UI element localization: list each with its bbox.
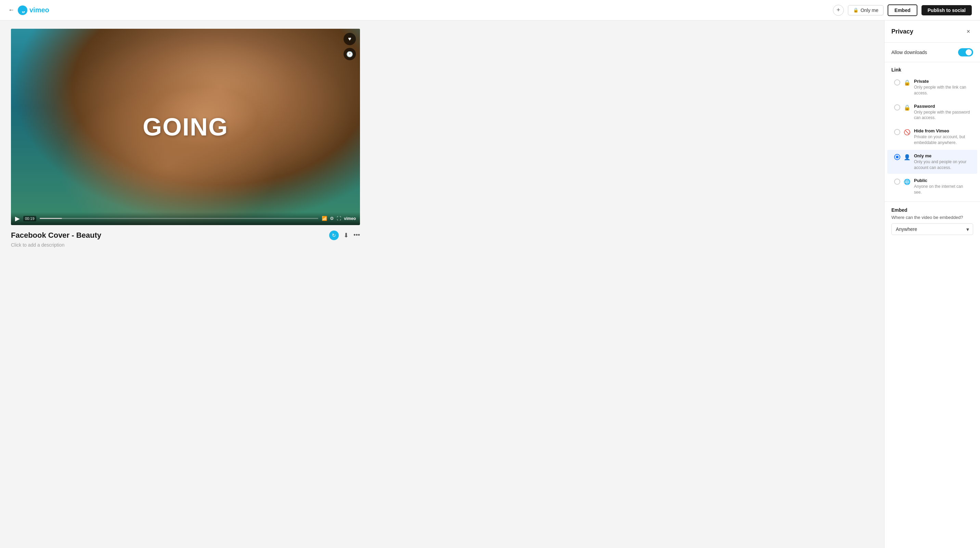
private-option-text: Private Only people with the link can ac… bbox=[914, 79, 970, 96]
embed-settings-section: Embed Where can the video be embedded? A… bbox=[885, 202, 980, 240]
control-icons: 📶 ⚙ ⛶ vimeo bbox=[321, 216, 356, 221]
radio-only-me[interactable] bbox=[894, 154, 900, 160]
time-display: 00:19 bbox=[23, 216, 36, 221]
toggle-slider bbox=[958, 48, 973, 56]
public-option-text: Public Anyone on the internet can see. bbox=[914, 178, 970, 195]
privacy-option-private[interactable]: 🔒 Private Only people with the link can … bbox=[887, 75, 977, 100]
radio-password[interactable] bbox=[894, 104, 900, 111]
password-label: Password bbox=[914, 104, 970, 109]
play-button[interactable]: ▶ bbox=[15, 215, 20, 222]
privacy-option-hide[interactable]: 🚫 Hide from Vimeo Private on your accoun… bbox=[887, 125, 977, 149]
privacy-panel-title: Privacy bbox=[891, 28, 913, 35]
privacy-sidebar: Privacy × Allow downloads Link 🔒 Private… bbox=[884, 21, 980, 548]
vimeo-logo: vimeo bbox=[18, 5, 49, 15]
private-icons: 🔒 bbox=[904, 79, 910, 86]
heart-button[interactable]: ♥ bbox=[344, 33, 356, 45]
main-layout: GOING ♥ 🕐 ▶ 00:19 📶 ⚙ ⛶ bbox=[0, 21, 980, 548]
progress-bar[interactable] bbox=[40, 218, 318, 219]
only-me-option-text: Only me Only you and people on your acco… bbox=[914, 153, 970, 171]
vimeo-logo-icon bbox=[18, 5, 27, 15]
settings-icon[interactable]: ⚙ bbox=[330, 216, 334, 221]
password-description: Only people with the password can access… bbox=[914, 110, 970, 121]
only-me-label: Only me bbox=[861, 8, 878, 13]
public-globe-icon: 🌐 bbox=[904, 179, 910, 185]
embed-settings-title: Embed bbox=[891, 207, 973, 213]
password-option-text: Password Only people with the password c… bbox=[914, 104, 970, 121]
video-thumbnail: GOING ♥ 🕐 ▶ 00:19 📶 ⚙ ⛶ bbox=[11, 29, 360, 225]
video-title-row: Facebook Cover - Beauty ↻ ⬇ ••• bbox=[11, 230, 360, 240]
only-me-description: Only you and people on your account can … bbox=[914, 159, 970, 171]
allow-downloads-row: Allow downloads bbox=[885, 43, 980, 62]
lock-icon: 🔒 bbox=[853, 8, 859, 13]
header: ← vimeo + 🔒 Only me Embed Publish to soc… bbox=[0, 0, 980, 21]
private-description: Only people with the link can access. bbox=[914, 84, 970, 96]
password-icons: 🔒 bbox=[904, 104, 910, 111]
hide-option-text: Hide from Vimeo Private on your account,… bbox=[914, 128, 970, 146]
password-lock-icon: 🔒 bbox=[904, 104, 910, 111]
close-privacy-button[interactable]: × bbox=[964, 27, 973, 36]
video-overlay-text: GOING bbox=[143, 113, 228, 141]
vimeo-logo-text: vimeo bbox=[29, 6, 49, 14]
add-button[interactable]: + bbox=[833, 5, 844, 16]
fullscreen-icon[interactable]: ⛶ bbox=[337, 216, 341, 221]
allow-downloads-label: Allow downloads bbox=[891, 49, 927, 55]
hide-icon: 🚫 bbox=[904, 129, 910, 135]
embed-dropdown-wrapper: Anywhere Nowhere Specific domains bbox=[891, 223, 973, 235]
embed-location-dropdown[interactable]: Anywhere Nowhere Specific domains bbox=[891, 223, 973, 235]
public-description: Anyone on the internet can see. bbox=[914, 184, 970, 195]
content-area: GOING ♥ 🕐 ▶ 00:19 📶 ⚙ ⛶ bbox=[0, 21, 884, 548]
hide-label: Hide from Vimeo bbox=[914, 128, 970, 133]
video-info: Facebook Cover - Beauty ↻ ⬇ ••• Click to… bbox=[11, 230, 360, 248]
header-right: + 🔒 Only me Embed Publish to social bbox=[833, 5, 972, 16]
allow-downloads-toggle[interactable] bbox=[958, 48, 973, 56]
back-button[interactable]: ← bbox=[8, 6, 14, 14]
privacy-header: Privacy × bbox=[885, 21, 980, 43]
hide-icons: 🚫 bbox=[904, 129, 910, 135]
video-controls: ▶ 00:19 📶 ⚙ ⛶ vimeo bbox=[11, 212, 360, 225]
only-me-button[interactable]: 🔒 Only me bbox=[848, 5, 883, 15]
only-me-label: Only me bbox=[914, 153, 970, 158]
privacy-option-only-me[interactable]: 👤 Only me Only you and people on your ac… bbox=[887, 150, 977, 174]
video-action-buttons: ♥ 🕐 bbox=[344, 33, 356, 60]
privacy-option-public[interactable]: 🌐 Public Anyone on the internet can see. bbox=[887, 175, 977, 199]
header-left: ← vimeo bbox=[8, 5, 49, 15]
private-lock-icon: 🔒 bbox=[904, 79, 910, 86]
download-icon[interactable]: ⬇ bbox=[344, 232, 349, 239]
volume-icon[interactable]: 📶 bbox=[321, 216, 327, 221]
video-title: Facebook Cover - Beauty bbox=[11, 231, 101, 240]
video-title-icons: ↻ ⬇ ••• bbox=[329, 230, 360, 240]
link-section-label: Link bbox=[885, 62, 980, 75]
embed-question: Where can the video be embedded? bbox=[891, 215, 973, 220]
only-me-user-icon: 👤 bbox=[904, 154, 910, 160]
video-description[interactable]: Click to add a description bbox=[11, 242, 360, 248]
publish-button[interactable]: Publish to social bbox=[921, 5, 972, 15]
more-options-icon[interactable]: ••• bbox=[353, 232, 360, 239]
clock-button[interactable]: 🕐 bbox=[344, 48, 356, 60]
embed-button[interactable]: Embed bbox=[888, 5, 917, 16]
radio-public[interactable] bbox=[894, 179, 900, 185]
hide-description: Private on your account, but embeddable … bbox=[914, 134, 970, 146]
private-label: Private bbox=[914, 79, 970, 84]
only-me-icons: 👤 bbox=[904, 154, 910, 160]
progress-fill bbox=[40, 218, 62, 219]
refresh-icon[interactable]: ↻ bbox=[329, 230, 339, 240]
radio-private[interactable] bbox=[894, 79, 900, 86]
privacy-option-password[interactable]: 🔒 Password Only people with the password… bbox=[887, 100, 977, 124]
vimeo-watermark: vimeo bbox=[344, 216, 356, 221]
public-icons: 🌐 bbox=[904, 179, 910, 185]
radio-hide[interactable] bbox=[894, 129, 900, 135]
public-label: Public bbox=[914, 178, 970, 183]
video-player[interactable]: GOING ♥ 🕐 ▶ 00:19 📶 ⚙ ⛶ bbox=[11, 29, 360, 225]
